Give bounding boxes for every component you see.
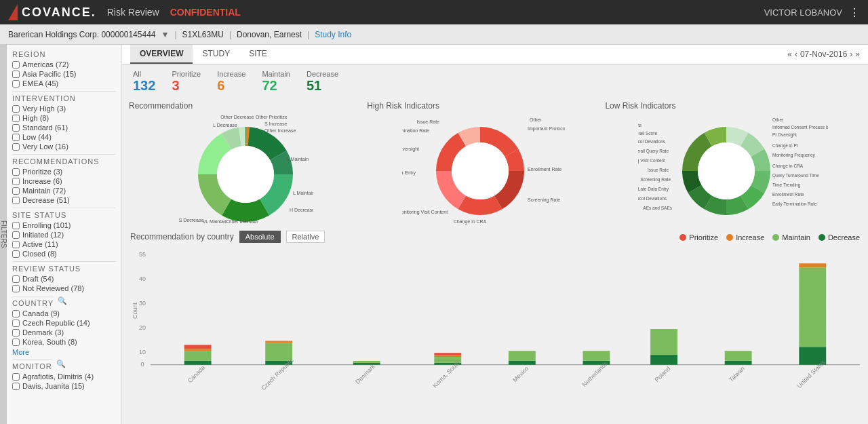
svg-text:PI Oversight: PI Oversight [402,147,419,152]
absolute-toggle[interactable]: Absolute [239,231,281,243]
bar-denmark: Denmark [353,361,380,385]
bar-chart-section: Recommendation by country Absolute Relat… [122,225,868,386]
sidebar-item-standard[interactable]: Standard (61) [12,123,116,132]
tab-overview[interactable]: OVERVIEW [130,45,193,64]
country-search-icon[interactable]: 🔍 [58,296,67,305]
sidebar-item-maintain[interactable]: Maintain (72) [12,186,116,195]
y-axis-label: Count [132,303,138,319]
donut-hole [217,146,274,203]
svg-text:10: 10 [139,349,146,355]
svg-rect-52 [353,361,380,363]
filters-toggle[interactable]: FILTERS [0,45,7,424]
sidebar-item-davis[interactable]: Davis, Juanita (15) [12,381,116,391]
emea-checkbox[interactable] [12,80,20,88]
svg-rect-73 [799,263,826,267]
sidebar-item-decrease[interactable]: Decrease (51) [12,195,116,205]
sidebar-item-denmark[interactable]: Denmark (3) [12,328,116,337]
svg-text:Canada: Canada [186,364,206,384]
high-risk-donut-hole [452,142,509,199]
svg-text:40: 40 [139,275,146,282]
sidebar-item-increase[interactable]: Increase (6) [12,176,116,186]
l-decrease-label: L Decrease [213,123,237,128]
asia-pacific-checkbox[interactable] [12,71,20,78]
sidebar-item-enrolling[interactable]: Enrolling (101) [12,220,116,230]
study-info-link[interactable]: Study Info [315,30,351,39]
s-increase-label: S Increase [264,121,288,126]
svg-rect-43 [184,351,212,361]
nav-next-icon[interactable]: › [850,50,852,59]
sidebar-item-emea[interactable]: EMEA (45) [12,79,116,88]
sidebar-item-korea-south[interactable]: Korea, South (8) [12,337,116,347]
tab-site[interactable]: SITE [239,45,277,64]
svg-text:Monitoring Visit Content: Monitoring Visit Content [402,210,448,215]
svg-rect-49 [265,341,292,343]
company-name: Barerican Holdings Corp. 000000145444 [8,30,155,39]
svg-text:Protocol Deviations: Protocol Deviations [638,196,667,201]
nav-first-icon[interactable]: « [787,50,792,59]
sidebar-section-monitor: Monitor [12,359,52,372]
bar-poland: Poland [650,329,677,383]
sidebar-item-very-high[interactable]: Very High (3) [12,104,116,113]
svg-text:Other: Other [772,117,784,122]
sidebar-item-low[interactable]: Low (44) [12,132,116,142]
header-title: Risk Review [107,7,159,18]
sidebar-item-closed[interactable]: Closed (8) [12,249,116,258]
recommendation-chart-panel: Recommendation [129,101,361,225]
americas-checkbox[interactable] [12,61,20,69]
low-risk-donut-chart: Other Informed Consent Process Issues PI… [638,113,828,225]
sidebar-item-americas[interactable]: Americas (72) [12,60,116,69]
nav-prev-icon[interactable]: ‹ [795,50,797,59]
recommendation-donut-chart: Other Decrease L Decrease S Decrease Oth… [178,113,313,225]
svg-rect-56 [434,355,461,357]
svg-rect-44 [184,349,212,351]
bar-chart-legend: Prioritize Increase Maintain Decrease [679,233,860,242]
tab-study[interactable]: STUDY [193,45,239,64]
svg-text:Overall Query Rate: Overall Query Rate [638,149,669,154]
svg-text:30: 30 [139,300,146,307]
main-content: OVERVIEW STUDY SITE « ‹ 07-Nov-2016 › » … [122,45,868,424]
sidebar-item-prioritize[interactable]: Prioritize (3) [12,167,116,176]
svg-text:Change in PI: Change in PI [772,143,798,149]
low-risk-donut-hole [698,142,755,199]
header-left: COVANCE. Risk Review CONFIDENTIAL [8,4,241,20]
sidebar-item-agrafiotis[interactable]: Agrafiotis, Dimitris (4) [12,372,116,381]
sidebar-item-draft[interactable]: Draft (54) [12,274,116,284]
svg-text:Enrollment Rate: Enrollment Rate [772,192,804,197]
sidebar-item-czech-republic[interactable]: Czech Republic (14) [12,318,116,328]
sidebar-item-canada[interactable]: Canada (9) [12,309,116,318]
svg-rect-45 [184,345,212,349]
tabs-bar: OVERVIEW STUDY SITE « ‹ 07-Nov-2016 › » [122,45,868,64]
sidebar-item-asia-pacific[interactable]: Asia Pacific (15) [12,69,116,79]
legend-decrease: Decrease [818,233,860,242]
relative-toggle[interactable]: Relative [286,231,326,243]
nav-last-icon[interactable]: » [855,50,860,59]
legend-maintain: Maintain [772,233,810,242]
bar-mexico: Mexico [509,351,536,383]
bar-netherlands: Netherlands [581,351,610,388]
dropdown-arrow-icon[interactable]: ▼ [161,30,169,39]
svg-rect-60 [509,351,536,361]
summary-row: All 132 Prioritize 3 Increase 6 Maintain… [122,64,868,97]
low-risk-chart-panel: Low Risk Indicators [605,101,861,225]
sidebar-item-very-low[interactable]: Very Low (16) [12,142,116,151]
legend-prioritize-dot [679,234,686,241]
sidebar-section-review-status: Review Status [12,261,116,274]
sidebar-item-initiated[interactable]: Initiated (12) [12,230,116,239]
bar-korea-south: Korea, South [431,353,461,389]
monitor-search-icon[interactable]: 🔍 [56,360,66,368]
svg-text:Other: Other [530,117,542,122]
country-more-link[interactable]: More [12,348,116,356]
sidebar-item-not-reviewed[interactable]: Not Reviewed (78) [12,284,116,293]
sub-header: Barerican Holdings Corp. 000000145444 ▼ … [0,24,868,45]
sidebar-item-high[interactable]: High (8) [12,113,116,123]
high-risk-chart-panel: High Risk Indicators [367,101,599,225]
sidebar-item-active[interactable]: Active (11) [12,239,116,249]
app-header: COVANCE. Risk Review CONFIDENTIAL VICTOR… [0,0,868,24]
sidebar-section-region: Region [12,47,116,60]
sidebar-section-recommendations: Recommendations [12,154,116,167]
sidebar: Region Americas (72) Asia Pacific (15) E… [7,45,122,424]
menu-icon[interactable]: ⋮ [849,6,860,19]
other-increase-label: Other Increase [264,128,296,133]
svg-rect-42 [184,361,212,365]
user-name: VICTOR LOBANOV [764,7,842,18]
